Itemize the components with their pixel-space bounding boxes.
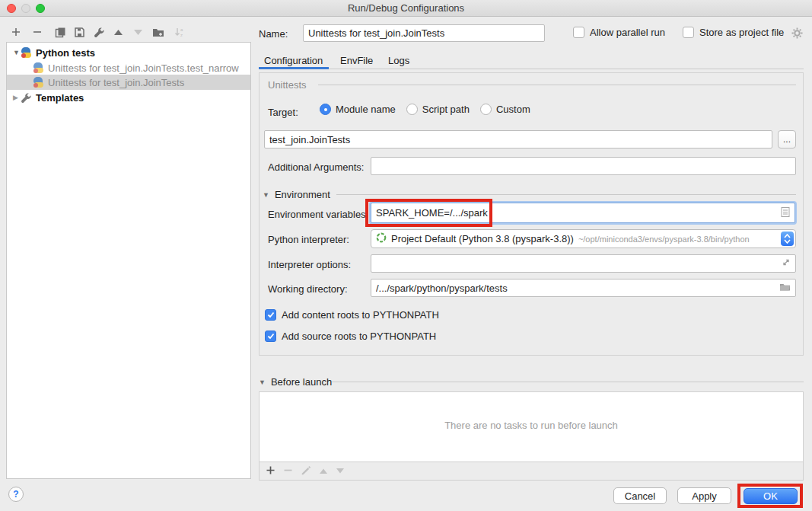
no-tasks-message: There are no tasks to run before launch	[260, 420, 803, 431]
tree-item-label: Unittests for test_join.JoinTests	[48, 77, 184, 88]
radio-label: Module name	[336, 104, 396, 115]
additional-arguments-input[interactable]	[371, 157, 796, 175]
allow-parallel-run-checkbox[interactable]: Allow parallel run	[573, 27, 665, 38]
environment-variables-value: SPARK_HOME=/.../spark	[376, 207, 488, 219]
radio-icon[interactable]	[480, 104, 492, 115]
checkbox-checked-icon[interactable]	[265, 331, 276, 342]
tab-divider	[259, 69, 804, 69]
interpreter-options-label: Interpreter options:	[268, 259, 351, 270]
add-source-roots-label: Add source roots to PYTHONPATH	[282, 331, 436, 342]
python-test-icon	[33, 77, 44, 88]
add-content-roots-checkbox[interactable]: Add content roots to PYTHONPATH	[265, 309, 439, 321]
additional-arguments-label: Additional Arguments:	[268, 161, 364, 173]
radio-icon[interactable]	[406, 104, 418, 115]
checkbox-checked-icon[interactable]	[265, 309, 276, 321]
python-test-icon	[33, 62, 44, 74]
name-label: Name:	[259, 28, 288, 40]
python-interpreter-path: ~/opt/miniconda3/envs/pyspark-3.8/bin/py…	[578, 235, 750, 244]
sort-configurations-icon[interactable]: az	[173, 25, 186, 39]
move-up-icon[interactable]	[111, 25, 125, 39]
checkbox-icon[interactable]	[683, 27, 694, 38]
tree-item-unittests-jointests[interactable]: Unittests for test_join.JoinTests	[7, 75, 250, 90]
copy-configuration-icon[interactable]	[53, 25, 67, 39]
templates-wrench-icon	[21, 92, 32, 104]
expand-arrow-icon[interactable]: ▼	[13, 49, 21, 56]
close-window-button[interactable]	[7, 4, 16, 13]
dropdown-stepper-icon[interactable]	[781, 232, 794, 246]
allow-parallel-run-label: Allow parallel run	[590, 27, 665, 38]
target-module-input[interactable]	[264, 130, 772, 149]
add-source-roots-checkbox[interactable]: Add source roots to PYTHONPATH	[265, 331, 436, 342]
target-label: Target:	[268, 107, 298, 118]
edit-variables-icon[interactable]	[781, 206, 790, 219]
radio-label: Custom	[496, 104, 530, 115]
before-launch-toolbar	[259, 461, 804, 481]
tab-logs[interactable]: Logs	[388, 55, 409, 66]
browse-target-button[interactable]: ...	[778, 130, 796, 149]
remove-configuration-icon[interactable]	[30, 25, 44, 39]
conda-environment-icon	[376, 232, 387, 245]
ok-button[interactable]: OK	[744, 488, 798, 504]
tree-item-templates[interactable]: ▶ Templates	[7, 90, 250, 105]
edit-templates-icon[interactable]	[92, 25, 106, 39]
help-button[interactable]: ?	[8, 487, 24, 502]
environment-variables-input[interactable]: SPARK_HOME=/.../spark	[371, 203, 795, 223]
environment-variables-label: Environment variables:	[268, 209, 368, 220]
tree-item-label: Templates	[36, 92, 84, 104]
apply-button[interactable]: Apply	[677, 487, 731, 504]
environment-section-title: Environment	[275, 189, 330, 200]
save-configuration-icon[interactable]	[72, 25, 86, 39]
svg-text:z: z	[180, 33, 183, 37]
cancel-button[interactable]: Cancel	[613, 487, 667, 504]
unittests-section-title: Unittests	[268, 79, 307, 91]
browse-folder-icon[interactable]	[779, 283, 791, 294]
tree-item-label: Python tests	[36, 47, 95, 59]
checkbox-icon[interactable]	[573, 27, 584, 38]
radio-script-path[interactable]: Script path	[406, 104, 470, 115]
radio-label: Script path	[422, 104, 470, 115]
name-input[interactable]	[303, 24, 545, 42]
python-interpreter-value: Project Default (Python 3.8 (pyspark-3.8…	[391, 233, 574, 244]
tree-item-python-tests[interactable]: ▼ Python tests	[7, 45, 250, 60]
title-bar: Run/Debug Configurations	[0, 0, 812, 17]
tab-envfile[interactable]: EnvFile	[340, 55, 373, 66]
store-as-project-file-label: Store as project file	[699, 27, 784, 38]
store-as-project-file-checkbox[interactable]: Store as project file	[683, 27, 784, 38]
minimize-window-button[interactable]	[21, 4, 30, 13]
move-down-icon[interactable]	[131, 25, 145, 39]
new-folder-icon[interactable]	[151, 25, 165, 39]
python-interpreter-label: Python interpreter:	[268, 234, 349, 245]
tab-configuration[interactable]: Configuration	[264, 55, 323, 66]
add-configuration-icon[interactable]	[9, 25, 23, 39]
add-content-roots-label: Add content roots to PYTHONPATH	[282, 309, 439, 321]
gear-icon[interactable]	[791, 27, 803, 41]
interpreter-options-input[interactable]	[371, 254, 796, 273]
active-tab-underline	[259, 67, 329, 69]
tree-item-unittests-test-narrow[interactable]: Unittests for test_join.JoinTests.test_n…	[7, 60, 250, 75]
before-launch-title: Before launch	[271, 376, 332, 388]
before-launch-tasks-panel: There are no tasks to run before launch	[259, 391, 804, 462]
collapse-arrow-icon[interactable]: ▶	[13, 94, 21, 101]
working-directory-label: Working directory:	[268, 283, 348, 295]
add-task-icon[interactable]	[266, 465, 275, 477]
python-tests-icon	[21, 47, 32, 59]
radio-icon[interactable]	[320, 104, 331, 115]
tree-item-label: Unittests for test_join.JoinTests.test_n…	[48, 62, 239, 74]
before-launch-collapse-icon[interactable]: ▼	[259, 378, 266, 386]
python-interpreter-select[interactable]: Project Default (Python 3.8 (pyspark-3.8…	[371, 229, 796, 248]
svg-text:a: a	[180, 27, 183, 32]
zoom-window-button[interactable]	[36, 4, 45, 13]
remove-task-icon[interactable]	[283, 465, 293, 477]
move-task-down-icon[interactable]	[336, 465, 345, 477]
radio-custom[interactable]: Custom	[480, 104, 530, 115]
window-title: Run/Debug Configurations	[0, 0, 812, 16]
expand-field-icon[interactable]	[782, 258, 791, 270]
configurations-tree: ▼ Python tests Unittests for test_join.J…	[6, 42, 251, 479]
move-task-up-icon[interactable]	[319, 465, 328, 477]
radio-module-name[interactable]: Module name	[320, 104, 396, 115]
environment-collapse-icon[interactable]: ▼	[263, 191, 269, 199]
edit-task-icon[interactable]	[301, 465, 311, 477]
working-directory-input[interactable]	[371, 279, 796, 297]
